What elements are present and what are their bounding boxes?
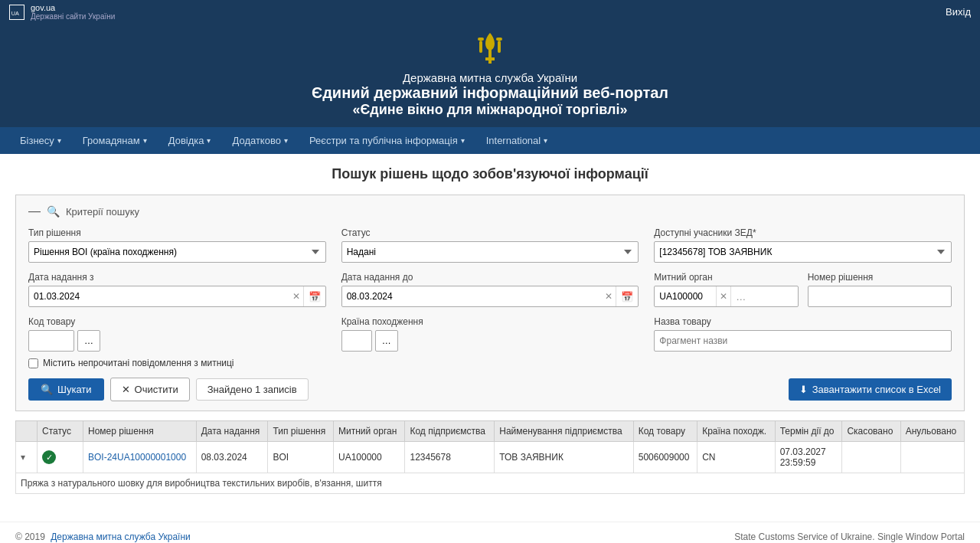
footer-right: State Customs Service of Ukraine. Single… [734,532,965,542]
date-from-group: Дата надання з ✕ 📅 [28,272,326,307]
kraina-wrapper: … [341,330,639,352]
table-row: ▾ ✓ BOI-24UA10000001000 08.03.2024 BOI U… [16,442,965,473]
status-check-icon: ✓ [42,450,56,464]
col-type: Тип рішення [268,421,334,442]
row-type-cell: BOI [268,442,334,473]
clear-button[interactable]: ✕ Очистити [110,378,190,401]
decision-num-label: Номер рішення [808,272,952,283]
kod-dots-button[interactable]: … [77,330,100,352]
row-termin-cell: 07.03.202723:59:59 [775,442,842,473]
date-to-input[interactable] [342,286,603,306]
chevron-down-icon: ▾ [57,136,61,145]
calendar-from-icon[interactable]: 📅 [303,286,325,306]
search-panel: — 🔍 Критерії пошуку Тип рішення Рішення … [15,195,965,411]
kraina-input[interactable] [341,330,372,352]
header-title-3: «Єдине вікно для міжнародної торгівлі» [0,102,980,118]
gov-logo: UA [9,5,24,20]
col-kod-tov: Код товару [633,421,697,442]
organ-input[interactable] [655,286,716,306]
date-to-label: Дата надання до [341,272,639,283]
search-icon: 🔍 [47,205,60,218]
organ-decision-group: Митний орган ✕ … Номер рішення [654,272,952,307]
calendar-to-icon[interactable]: 📅 [616,286,638,306]
expand-row-cell: Пряжа з натурального шовку для виробницт… [16,473,965,494]
decision-num-input[interactable] [808,286,952,307]
col-kod-pid: Код підприємства [405,421,495,442]
date-to-wrapper: ✕ 📅 [341,286,639,307]
table-header: Статус Номер рішення Дата надання Тип рі… [16,421,965,442]
nav-gromadyanam[interactable]: Громадянам ▾ [72,127,158,154]
chevron-down-icon: ▾ [284,136,288,145]
row-skasovano-cell [842,442,900,473]
nav-dodatkovo[interactable]: Додатково ▾ [221,127,298,154]
checkbox-row: Містить непрочитані повідомлення з митни… [28,358,952,368]
kraina-label: Країна походження [341,316,639,327]
nav-international[interactable]: International ▾ [475,127,559,154]
organ-dots[interactable]: … [730,286,750,306]
col-anulovano: Анульовано [900,421,964,442]
nav-reestry[interactable]: Реєстри та публічна інформація ▾ [299,127,475,154]
gov-sub: Державні сайти України [31,12,115,21]
chevron-down-icon: ▾ [207,136,211,145]
kod-input[interactable] [28,330,74,352]
participants-select[interactable]: [12345678] ТОВ ЗАЯВНИК [654,241,952,263]
status-select[interactable]: Надані [341,241,639,263]
date-from-clear[interactable]: ✕ [289,291,303,302]
page-title: Пошук рішень щодо зобов'язуючої інформац… [15,166,965,182]
decision-number-link[interactable]: BOI-24UA10000001000 [88,452,186,463]
footer-link[interactable]: Державна митна служба України [51,532,191,542]
row-kraina-cell: CN [697,442,775,473]
kraina-dots-button[interactable]: … [375,330,398,352]
checkbox-label[interactable]: Містить непрочитані повідомлення з митни… [43,358,234,368]
criteria-label: Критерії пошуку [66,206,139,218]
row-anulovano-cell [900,442,964,473]
organ-label: Митний орган [654,272,798,283]
nazva-input[interactable] [654,330,952,352]
row-name-cell: ТОВ ЗАЯВНИК [495,442,633,473]
collapse-icon[interactable]: — [28,204,41,218]
date-to-clear[interactable]: ✕ [602,291,616,302]
top-bar: UA gov.ua Державні сайти України Вихід [0,0,980,24]
search-button[interactable]: 🔍 Шукати [28,378,104,401]
row-kod-tov-cell: 5006009000 [633,442,697,473]
search-form-grid: Тип рішення Рішення ВОІ (країна походжен… [28,227,952,352]
expand-row: Пряжа з натурального шовку для виробницт… [16,473,965,494]
gov-label: gov.ua [31,3,115,12]
date-from-label: Дата надання з [28,272,326,283]
unread-messages-checkbox[interactable] [28,358,38,368]
row-number-cell[interactable]: BOI-24UA10000001000 [83,442,197,473]
footer-left: © 2019 Державна митна служба України [15,532,191,542]
header-main: Державна митна служба України Єдиний дер… [0,24,980,127]
chevron-down-icon: ▾ [461,136,465,145]
main-nav: Бізнесу ▾ Громадянам ▾ Довідка ▾ Додатко… [0,127,980,154]
row-status-cell: ✓ [38,442,83,473]
download-button[interactable]: ⬇ Завантажити список в Excel [789,378,952,401]
participants-group: Доступні учасники ЗЕД* [12345678] ТОВ ЗА… [654,227,952,263]
organ-group: Митний орган ✕ … [654,272,798,307]
organ-clear[interactable]: ✕ [716,286,730,306]
row-organ-cell: UA100000 [334,442,405,473]
action-left: 🔍 Шукати ✕ Очистити Знайдено 1 записів [28,378,309,401]
col-date: Дата надання [196,421,268,442]
col-number: Номер рішення [83,421,197,442]
footer: © 2019 Державна митна служба України Sta… [0,522,980,543]
expand-arrow-icon[interactable]: ▾ [21,452,25,463]
nav-dovidka[interactable]: Довідка ▾ [158,127,222,154]
svg-rect-3 [498,41,501,53]
header-title-1: Державна митна служба України [0,71,980,84]
col-termin: Термін дії до [775,421,842,442]
logout-button[interactable]: Вихід [946,6,971,18]
type-select[interactable]: Рішення ВОІ (країна походження) [28,241,326,263]
chevron-down-icon: ▾ [143,136,147,145]
type-group: Тип рішення Рішення ВОІ (країна походжен… [28,227,326,263]
date-from-input[interactable] [29,286,289,306]
col-name-pid: Найменування підприємства [495,421,633,442]
row-kod-pid-cell: 12345678 [405,442,495,473]
row-expand-cell[interactable]: ▾ [16,442,38,473]
col-expand [16,421,38,442]
emblem [472,30,508,67]
action-row: 🔍 Шукати ✕ Очистити Знайдено 1 записів ⬇… [28,378,952,401]
page-content: Пошук рішень щодо зобов'язуючої інформац… [0,154,980,506]
svg-text:UA: UA [11,9,19,16]
nav-biznesu[interactable]: Бізнесу ▾ [9,127,72,154]
